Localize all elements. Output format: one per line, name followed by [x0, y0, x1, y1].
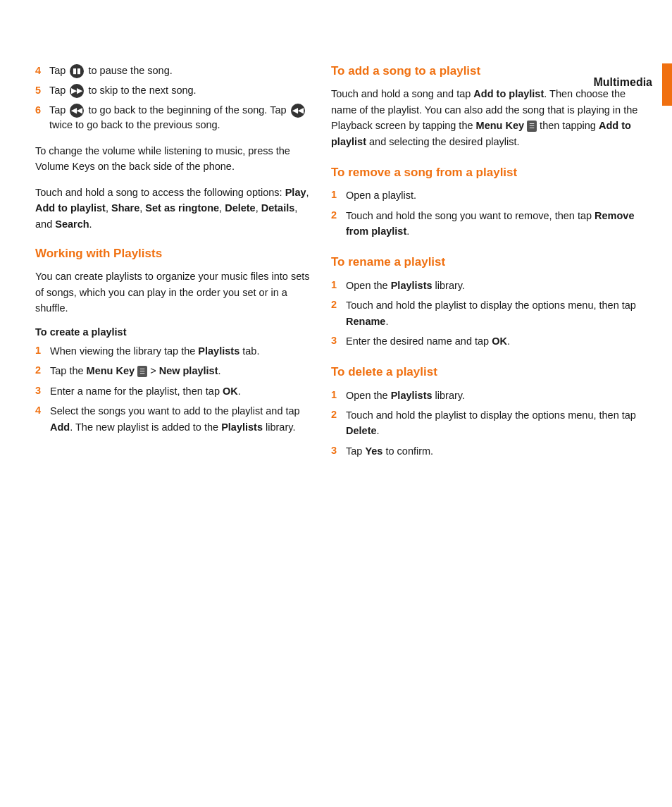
delete-step-2-num: 2	[331, 407, 342, 423]
create-step-2-text: Tap the Menu Key ☰ > New playlist.	[50, 363, 310, 378]
working-with-playlists-section: Working with Playlists You can create pl…	[35, 246, 310, 435]
delete-playlist-heading: To delete a playlist	[331, 364, 645, 380]
pause-icon: ▮▮	[70, 64, 84, 78]
next-icon: ▶▶	[70, 84, 84, 98]
create-step-1: 1 When viewing the library tap the Playl…	[35, 343, 310, 359]
create-playlist-steps: 1 When viewing the library tap the Playl…	[35, 343, 310, 435]
step-6-text: Tap ◀◀ to go back to the beginning of th…	[49, 103, 310, 134]
step-4-text: Tap ▮▮ to pause the song.	[49, 63, 310, 79]
rename-playlist-section: To rename a playlist 1 Open the Playlist…	[331, 254, 645, 349]
add-song-description: Touch and hold a song and tap Add to pla…	[331, 86, 645, 149]
create-step-4: 4 Select the songs you want to add to th…	[35, 403, 310, 435]
create-step-1-num: 1	[35, 343, 46, 359]
prev-icon-2: ◀◀	[291, 104, 305, 118]
delete-playlist-steps: 1 Open the Playlists library. 2 Touch an…	[331, 388, 645, 460]
step-5-num: 5	[35, 83, 45, 99]
delete-step-1: 1 Open the Playlists library.	[331, 388, 645, 403]
delete-step-3-num: 3	[331, 443, 342, 459]
rename-step-1: 1 Open the Playlists library.	[331, 278, 645, 293]
delete-step-2-text: Touch and hold the playlist to display t…	[346, 407, 645, 439]
rename-step-2: 2 Touch and hold the playlist to display…	[331, 297, 645, 329]
remove-step-2-num: 2	[331, 208, 342, 223]
create-playlist-heading: To create a playlist	[35, 326, 310, 338]
rename-playlist-heading: To rename a playlist	[331, 254, 645, 270]
delete-step-2: 2 Touch and hold the playlist to display…	[331, 407, 645, 439]
step-6: 6 Tap ◀◀ to go back to the beginning of …	[35, 103, 310, 134]
rename-playlist-steps: 1 Open the Playlists library. 2 Touch an…	[331, 278, 645, 350]
step-4: 4 Tap ▮▮ to pause the song.	[35, 63, 310, 79]
create-step-3: 3 Enter a name for the playlist, then ta…	[35, 383, 310, 399]
page-container: Multimedia 4 Tap ▮▮ to pause the song. 5…	[0, 63, 672, 807]
prev-icon-1: ◀◀	[70, 104, 84, 118]
touch-hold-paragraph: Touch and hold a song to access the foll…	[35, 185, 310, 232]
create-step-2-num: 2	[35, 363, 46, 378]
delete-step-3: 3 Tap Yes to confirm.	[331, 443, 645, 459]
orange-tab	[662, 63, 672, 106]
menu-key-icon-2: ☰	[527, 121, 537, 132]
rename-step-1-num: 1	[331, 278, 342, 293]
remove-step-2-text: Touch and hold the song you want to remo…	[346, 208, 645, 240]
remove-step-1-num: 1	[331, 187, 342, 203]
create-step-3-num: 3	[35, 383, 46, 399]
step-6-num: 6	[35, 103, 45, 118]
create-step-1-text: When viewing the library tap the Playlis…	[50, 343, 310, 359]
remove-step-1: 1 Open a playlist.	[331, 187, 645, 203]
create-step-2: 2 Tap the Menu Key ☰ > New playlist.	[35, 363, 310, 378]
rename-step-1-text: Open the Playlists library.	[346, 278, 645, 293]
rename-step-3-num: 3	[331, 333, 342, 349]
volume-paragraph: To change the volume while listening to …	[35, 143, 310, 175]
remove-song-steps: 1 Open a playlist. 2 Touch and hold the …	[331, 187, 645, 239]
right-column: To add a song to a playlist Touch and ho…	[331, 63, 645, 474]
step-5-text: Tap ▶▶ to skip to the next song.	[49, 83, 310, 99]
remove-step-1-text: Open a playlist.	[346, 187, 645, 203]
remove-step-2: 2 Touch and hold the song you want to re…	[331, 208, 645, 240]
working-with-playlists-description: You can create playlists to organize you…	[35, 269, 310, 316]
content-wrapper: 4 Tap ▮▮ to pause the song. 5 Tap ▶▶ to …	[0, 63, 672, 517]
rename-step-3: 3 Enter the desired name and tap OK.	[331, 333, 645, 349]
menu-key-icon-1: ☰	[137, 366, 147, 377]
rename-step-2-num: 2	[331, 297, 342, 313]
delete-step-3-text: Tap Yes to confirm.	[346, 443, 645, 459]
remove-song-section: To remove a song from a playlist 1 Open …	[331, 165, 645, 240]
step-5: 5 Tap ▶▶ to skip to the next song.	[35, 83, 310, 99]
step-4-num: 4	[35, 63, 45, 79]
delete-step-1-num: 1	[331, 388, 342, 403]
rename-step-3-text: Enter the desired name and tap OK.	[346, 333, 645, 349]
header-title: Multimedia	[593, 76, 652, 89]
create-step-3-text: Enter a name for the playlist, then tap …	[50, 383, 310, 399]
rename-step-2-text: Touch and hold the playlist to display t…	[346, 297, 645, 329]
delete-playlist-section: To delete a playlist 1 Open the Playlist…	[331, 364, 645, 459]
create-step-4-num: 4	[35, 403, 46, 419]
remove-song-heading: To remove a song from a playlist	[331, 165, 645, 180]
create-step-4-text: Select the songs you want to add to the …	[50, 403, 310, 435]
delete-step-1-text: Open the Playlists library.	[346, 388, 645, 403]
left-column: 4 Tap ▮▮ to pause the song. 5 Tap ▶▶ to …	[35, 63, 310, 474]
working-with-playlists-heading: Working with Playlists	[35, 246, 310, 261]
